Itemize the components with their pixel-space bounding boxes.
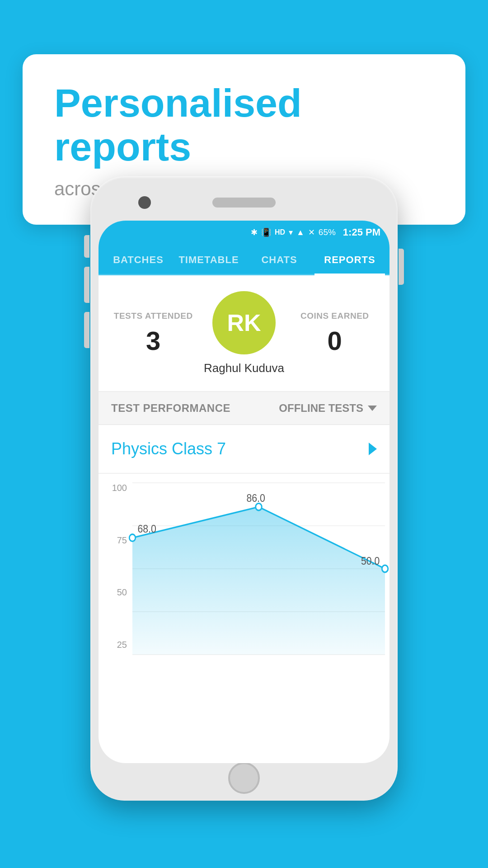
power-button	[399, 249, 404, 285]
y-label-75: 75	[102, 535, 127, 546]
tab-reports[interactable]: REPORTS	[314, 244, 385, 274]
status-icons: ✱ 📳 HD ▾ ▲ ✕	[251, 227, 315, 237]
data-label-2: 86.0	[247, 492, 265, 505]
y-label-25: 25	[102, 640, 127, 650]
tab-chats[interactable]: CHATS	[244, 244, 314, 274]
class-row[interactable]: Physics Class 7	[99, 425, 389, 474]
test-performance-label: TEST PERFORMANCE	[111, 402, 230, 415]
status-bar: ✱ 📳 HD ▾ ▲ ✕ 65% 1:25 PM	[99, 221, 389, 244]
class-name: Physics Class 7	[111, 439, 226, 458]
avatar-block: RK Raghul Kuduva	[195, 291, 294, 375]
coins-earned-value: 0	[294, 326, 376, 356]
chart-y-axis: 100 75 50 25	[102, 474, 127, 664]
tab-timetable[interactable]: TIMETABLE	[174, 244, 244, 274]
wifi-icon: ▾	[289, 227, 293, 237]
phone-screen-area: ✱ 📳 HD ▾ ▲ ✕ 65% 1:25 PM BATCHES T	[99, 221, 389, 763]
coins-earned-block: COINS EARNED 0	[294, 311, 376, 356]
phone-screen: ✱ 📳 HD ▾ ▲ ✕ 65% 1:25 PM BATCHES T	[99, 221, 389, 763]
avatar-initials: RK	[227, 309, 261, 336]
tests-attended-label: TESTS ATTENDED	[112, 311, 195, 321]
y-label-100: 100	[102, 483, 127, 493]
x-icon: ✕	[308, 227, 315, 237]
tests-attended-block: TESTS ATTENDED 3	[112, 311, 195, 356]
chevron-right-icon	[369, 443, 377, 455]
signal-icon: ▲	[296, 228, 305, 237]
section-header: TEST PERFORMANCE OFFLINE TESTS	[99, 392, 389, 425]
earpiece	[212, 198, 276, 208]
nav-tabs: BATCHES TIMETABLE CHATS REPORTS	[99, 244, 389, 275]
volume-down-button	[84, 312, 89, 348]
data-point-3	[382, 565, 388, 572]
vibrate-icon: 📳	[261, 227, 271, 237]
filter-label: OFFLINE TESTS	[279, 402, 363, 415]
tab-batches[interactable]: BATCHES	[103, 244, 174, 274]
user-name: Raghul Kuduva	[204, 361, 284, 375]
phone-frame: ✱ 📳 HD ▾ ▲ ✕ 65% 1:25 PM BATCHES T	[90, 176, 398, 801]
chart-svg: 68.0 86.0 50.0	[132, 483, 385, 655]
chart-area: 68.0 86.0 50.0	[132, 483, 385, 664]
y-label-50: 50	[102, 587, 127, 598]
hd-icon: HD	[275, 228, 285, 236]
bluetooth-icon: ✱	[251, 227, 258, 237]
battery-level: 65%	[319, 227, 336, 237]
profile-section: TESTS ATTENDED 3 RK Raghul Kuduva COINS …	[99, 275, 389, 392]
tests-attended-value: 3	[112, 326, 195, 356]
volume-silent-button	[84, 235, 89, 258]
phone-top-decoration	[99, 184, 389, 221]
tooltip-title: Personalised reports	[54, 81, 434, 169]
front-camera	[138, 196, 151, 209]
data-label-1: 68.0	[138, 522, 156, 535]
status-time: 1:25 PM	[343, 226, 380, 238]
filter-dropdown[interactable]: OFFLINE TESTS	[279, 402, 377, 415]
coins-earned-label: COINS EARNED	[294, 311, 376, 321]
chevron-down-icon	[368, 406, 377, 411]
data-point-1	[129, 534, 135, 542]
phone-mockup: ✱ 📳 HD ▾ ▲ ✕ 65% 1:25 PM BATCHES T	[90, 176, 398, 801]
avatar: RK	[212, 291, 276, 354]
data-label-3: 50.0	[361, 555, 380, 567]
volume-up-button	[84, 267, 89, 303]
home-button[interactable]	[228, 762, 260, 794]
chart-section: 100 75 50 25	[99, 474, 389, 664]
phone-bottom-decoration	[99, 763, 389, 793]
